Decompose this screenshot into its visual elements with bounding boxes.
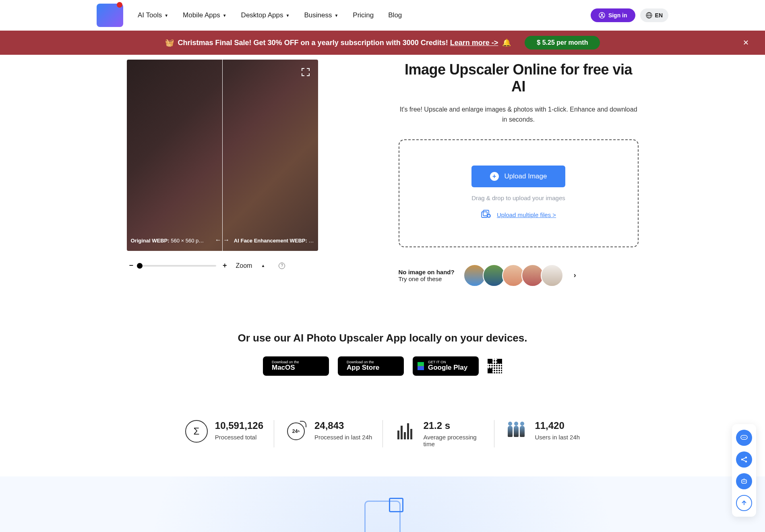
user-icon	[599, 12, 605, 19]
upload-dropzone[interactable]: + Upload Image Drag & drop to upload you…	[399, 139, 639, 247]
stat-label: Users in last 24h	[535, 434, 580, 441]
banner-text: Christmas Final Sale! Get 30% OFF on a y…	[178, 39, 448, 47]
svg-point-12	[741, 459, 743, 460]
people-icon	[508, 426, 525, 437]
drop-hint: Drag & drop to upload your images	[471, 195, 565, 201]
image-compare-panel: Original WEBP: 560 × 560 p… ← → AI Face …	[127, 60, 318, 287]
google-play-icon	[418, 362, 424, 370]
stats-row: Σ 10,591,126Processed total 24h 24,843Pr…	[0, 420, 765, 447]
floating-actions	[732, 424, 756, 517]
svg-point-14	[745, 461, 747, 462]
bar-chart-icon	[397, 423, 412, 439]
svg-rect-5	[482, 212, 487, 217]
svg-point-1	[601, 14, 603, 15]
promo-banner: 🧺 Christmas Final Sale! Get 30% OFF on a…	[0, 31, 765, 55]
zoom-slider[interactable]	[140, 265, 216, 267]
svg-point-17	[744, 481, 745, 482]
compare-handle-icon[interactable]: ← →	[215, 236, 229, 244]
apps-section-title: Or use our AI Photo Upscaler App locally…	[0, 332, 765, 344]
sign-in-button[interactable]: Sign in	[591, 8, 635, 22]
svg-point-11	[745, 437, 746, 438]
nav-pricing[interactable]: Pricing	[353, 11, 374, 19]
stat-label: Processed in last 24h	[314, 434, 372, 441]
arrow-up-icon	[740, 499, 748, 507]
basket-icon: 🧺	[165, 38, 174, 47]
stat-users-24h: 11,420Users in last 24h	[494, 420, 590, 447]
compare-image[interactable]: Original WEBP: 560 × 560 p… ← → AI Face …	[127, 60, 318, 251]
banner-price-button[interactable]: $ 5.25 per month	[525, 36, 600, 50]
zoom-slider-handle[interactable]	[137, 263, 143, 269]
stat-label: Processed total	[215, 434, 263, 441]
header: AI Tools▼ Mobile Apps▼ Desktop Apps▼ Bus…	[0, 0, 765, 31]
zoom-bar: − + Zoom ▲ ?	[127, 261, 318, 270]
language-button[interactable]: EN	[640, 8, 668, 22]
expand-icon[interactable]	[301, 68, 310, 78]
plus-circle-icon: +	[490, 172, 499, 181]
multi-files-icon	[481, 209, 491, 221]
stat-value: 11,420	[535, 420, 580, 431]
robot-icon	[740, 478, 748, 485]
stat-processed-24h: 24h 24,843Processed in last 24h	[274, 420, 382, 447]
sigma-icon: Σ	[185, 420, 208, 443]
chat-icon	[740, 434, 748, 441]
hero: Original WEBP: 560 × 560 p… ← → AI Face …	[0, 55, 765, 287]
stat-value: 21.2 s	[423, 420, 484, 431]
upload-multiple-link[interactable]: Upload multiple files >	[497, 211, 556, 218]
svg-point-9	[742, 437, 743, 438]
nav-business[interactable]: Business▼	[304, 11, 338, 19]
help-icon[interactable]: ?	[279, 263, 285, 269]
samples-line2: Try one of these	[399, 275, 455, 282]
zoom-out-icon[interactable]: −	[129, 261, 134, 270]
zoom-in-icon[interactable]: +	[223, 261, 227, 270]
svg-point-16	[743, 481, 744, 482]
stat-avg-time: 21.2 sAverage processing time	[382, 420, 494, 447]
caret-down-icon: ▼	[223, 13, 227, 18]
main-nav: AI Tools▼ Mobile Apps▼ Desktop Apps▼ Bus…	[138, 11, 576, 19]
svg-point-13	[745, 457, 747, 458]
share-button[interactable]	[736, 451, 752, 468]
caret-up-icon[interactable]: ▲	[261, 263, 265, 268]
page-subtitle: It's free! Upscale and enlarge images & …	[399, 105, 639, 125]
bot-button[interactable]	[736, 473, 752, 489]
zoom-label: Zoom	[236, 262, 252, 269]
download-appstore-button[interactable]: Download on theApp Store	[338, 356, 404, 376]
clock-24-icon: 24h	[287, 422, 305, 440]
share-icon	[740, 456, 748, 463]
download-macos-button[interactable]: Download on theMacOS	[263, 356, 329, 376]
scroll-top-button[interactable]	[736, 495, 752, 511]
sample-thumb[interactable]	[541, 264, 563, 287]
qr-code-icon[interactable]	[488, 359, 502, 373]
caret-down-icon: ▼	[286, 13, 290, 18]
chevron-right-icon[interactable]: ›	[574, 271, 576, 279]
banner-learn-more-link[interactable]: Learn more ->	[450, 39, 498, 47]
caret-down-icon: ▼	[334, 13, 338, 18]
nav-blog[interactable]: Blog	[388, 11, 402, 19]
globe-icon	[646, 12, 652, 19]
samples-line1: No image on hand?	[399, 269, 455, 275]
upload-image-button[interactable]: + Upload Image	[471, 166, 566, 187]
close-icon[interactable]: ✕	[743, 38, 749, 47]
sample-images-row: No image on hand? Try one of these ›	[399, 264, 639, 287]
layers-icon	[364, 501, 401, 532]
apps-row: Download on theMacOS Download on theApp …	[0, 356, 765, 376]
bells-icon: 🔔	[502, 38, 511, 47]
download-googleplay-button[interactable]: GET IT ONGoogle Play	[413, 356, 479, 376]
nav-mobile-apps[interactable]: Mobile Apps▼	[183, 11, 227, 19]
stat-value: 24,843	[314, 420, 372, 431]
caret-down-icon: ▼	[164, 13, 168, 18]
compare-label-enhanced: AI Face Enhancement WEBP: …	[234, 238, 314, 244]
stat-processed-total: Σ 10,591,126Processed total	[175, 420, 274, 447]
svg-rect-15	[742, 480, 746, 483]
bottom-section	[0, 476, 765, 532]
stat-label: Average processing time	[423, 434, 484, 447]
svg-point-10	[744, 437, 744, 438]
nav-desktop-apps[interactable]: Desktop Apps▼	[241, 11, 290, 19]
page-title: Image Upscaler Online for free via AI	[399, 61, 639, 95]
chat-button[interactable]	[736, 430, 752, 446]
nav-ai-tools[interactable]: AI Tools▼	[138, 11, 168, 19]
stat-value: 10,591,126	[215, 420, 263, 431]
compare-label-original: Original WEBP: 560 × 560 p…	[131, 238, 204, 244]
logo[interactable]	[97, 4, 123, 27]
